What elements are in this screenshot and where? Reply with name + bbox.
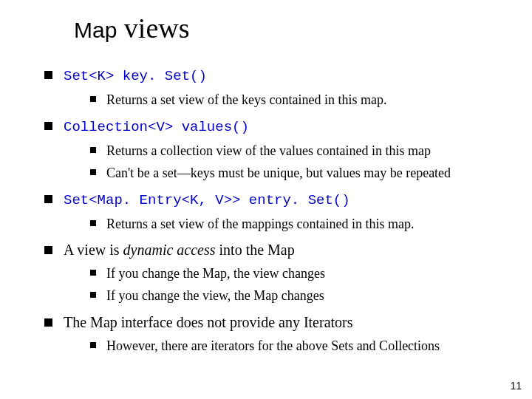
sub-bullet-list: Returns a collection view of the values … [90,142,510,183]
page-number: 11 [510,380,522,392]
slide-title: Map views [74,13,190,44]
code-text: Set<K> key. Set() [64,68,207,84]
code-text: Set<Map. Entry<K, V>> entry. Set() [64,192,350,208]
code-text: Collection<V> values() [64,119,249,135]
title-part-1: Map [74,18,117,42]
sub-bullet-item: Can't be a set—keys must be unique, but … [90,164,510,182]
bullet-item: Set<Map. Entry<K, V>> entry. Set() Retur… [44,189,510,233]
sub-bullet-item: Returns a set view of the keys contained… [90,91,510,109]
bullet-text: A view is dynamic access into the Map [64,242,295,258]
sub-bullet-list: Returns a set view of the mappings conta… [90,215,510,233]
sub-bullet-list: However, there are iterators for the abo… [90,337,510,355]
bullet-item: A view is dynamic access into the Map If… [44,240,510,305]
bullet-item: The Map interface does not provide any I… [44,313,510,355]
bullet-item: Set<K> key. Set() Returns a set view of … [44,65,510,109]
sub-bullet-item: If you change the view, the Map changes [90,287,510,304]
sub-bullet-item: Returns a set view of the mappings conta… [90,215,510,233]
slide-content: Set<K> key. Set() Returns a set view of … [44,65,510,362]
bullet-list: Set<K> key. Set() Returns a set view of … [44,65,510,355]
slide: Map views Set<K> key. Set() Returns a se… [0,0,532,399]
bullet-text: The Map interface does not provide any I… [64,314,353,330]
sub-bullet-item: Returns a collection view of the values … [90,142,510,160]
sub-bullet-item: However, there are iterators for the abo… [90,337,510,355]
sub-bullet-list: If you change the Map, the view changes … [90,265,510,305]
sub-bullet-item: If you change the Map, the view changes [90,265,510,282]
title-part-2: views [117,13,189,44]
sub-bullet-list: Returns a set view of the keys contained… [90,91,510,109]
bullet-item: Collection<V> values() Returns a collect… [44,116,510,182]
